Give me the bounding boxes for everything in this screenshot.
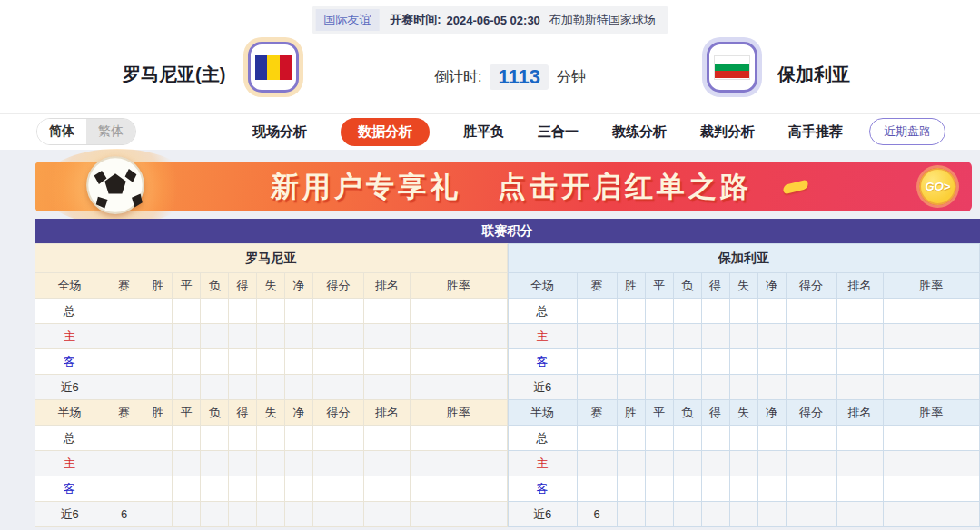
stat-cell	[364, 299, 411, 324]
away-stats-table: 保加利亚全场赛胜平负得失净得分排名胜率总主客近6半场赛胜平负得失净得分排名胜率总…	[508, 243, 980, 527]
stat-cell	[883, 451, 980, 476]
column-header: 胜	[144, 400, 173, 426]
table-title: 联赛积分	[35, 219, 980, 243]
nav-tab-2[interactable]: 胜平负	[463, 123, 504, 141]
stat-cell	[313, 299, 364, 324]
table-row: 总	[35, 426, 508, 451]
stat-cell	[364, 349, 411, 375]
stat-cell	[104, 299, 144, 324]
stat-cell	[883, 502, 980, 527]
countdown: 倒计时: 1113 分钟	[434, 64, 586, 90]
table-row: 总	[35, 299, 508, 324]
stat-cell	[201, 299, 229, 324]
stat-cell	[144, 502, 173, 527]
romania-flag-icon	[248, 42, 299, 93]
table-row: 近66	[35, 502, 508, 527]
stat-cell	[173, 299, 201, 324]
stat-cell	[144, 324, 173, 349]
lang-traditional[interactable]: 繁体	[86, 119, 135, 144]
stat-cell	[173, 476, 201, 502]
stat-cell	[701, 502, 729, 527]
stat-cell	[201, 451, 229, 476]
stat-cell	[883, 299, 980, 324]
column-header: 平	[645, 273, 673, 299]
row-label: 客	[35, 349, 104, 375]
stat-cell	[411, 324, 508, 349]
row-label: 总	[508, 299, 577, 324]
stat-cell	[729, 502, 757, 527]
row-label: 主	[35, 324, 104, 349]
stat-cell	[577, 476, 617, 502]
stat-cell	[229, 476, 257, 502]
stat-cell	[786, 324, 836, 349]
nav-bar: 简体 繁体 现场分析数据分析胜平负三合一教练分析裁判分析高手推荐 近期盘路	[0, 113, 980, 149]
column-header: 胜率	[883, 273, 980, 299]
stat-cell	[757, 299, 786, 324]
stat-cell	[144, 426, 173, 451]
nav-tab-5[interactable]: 裁判分析	[700, 123, 755, 141]
stat-cell	[229, 375, 257, 400]
stat-cell	[285, 299, 313, 324]
stat-cell	[313, 476, 364, 502]
stat-cell	[229, 426, 257, 451]
row-label: 近6	[35, 375, 104, 400]
table-row: 总	[508, 426, 980, 451]
nav-tab-6[interactable]: 高手推荐	[788, 123, 843, 141]
romania-flag	[255, 55, 292, 80]
nav-tab-3[interactable]: 三合一	[538, 123, 579, 141]
league-badge: 国际友谊	[315, 9, 379, 31]
stat-cell	[577, 426, 617, 451]
nav-tab-4[interactable]: 教练分析	[612, 123, 667, 141]
column-header: 负	[201, 400, 229, 426]
table-row: 客	[508, 476, 980, 502]
stat-cell	[673, 502, 701, 527]
column-header: 排名	[364, 273, 411, 299]
bulgaria-flag-icon	[707, 42, 757, 93]
table-row: 客	[35, 476, 508, 502]
stat-cell	[701, 476, 729, 502]
column-header: 负	[201, 273, 229, 299]
column-header: 胜率	[883, 400, 980, 426]
row-label: 客	[35, 476, 104, 502]
stat-cell	[836, 476, 883, 502]
stat-cell	[285, 502, 313, 527]
stat-cell	[364, 451, 411, 476]
stat-cell	[757, 375, 786, 400]
stat-cell	[201, 476, 229, 502]
column-header: 胜	[144, 273, 173, 299]
table-row: 近6	[508, 375, 980, 400]
stat-cell	[201, 349, 229, 375]
stat-cell	[645, 324, 673, 349]
stat-cell	[617, 324, 645, 349]
go-button[interactable]: GO>	[919, 168, 956, 205]
stat-cell	[729, 375, 757, 400]
stat-cell	[577, 324, 617, 349]
column-header: 排名	[836, 273, 883, 299]
column-header: 得	[701, 273, 729, 299]
nav-tab-1[interactable]: 数据分析	[341, 118, 430, 146]
nav-tab-0[interactable]: 现场分析	[252, 123, 307, 141]
column-header: 失	[257, 273, 285, 299]
content-area: 新用户专享礼 点击开启红单之路 GO> 联赛积分 罗马尼亚全场赛胜平负得失净得分…	[0, 150, 980, 530]
stat-cell	[836, 299, 883, 324]
stat-cell	[883, 324, 980, 349]
stat-cell	[104, 451, 144, 476]
row-label: 客	[508, 349, 577, 375]
lang-simplified[interactable]: 简体	[37, 119, 86, 144]
countdown-value: 1113	[490, 64, 549, 90]
column-header: 半场	[35, 400, 104, 426]
stat-cell	[173, 451, 201, 476]
row-label: 近6	[35, 502, 104, 527]
stat-cell	[257, 451, 285, 476]
stat-cell	[144, 375, 173, 400]
bulgaria-flag	[714, 55, 750, 80]
stat-cell	[201, 502, 229, 527]
table-row: 主	[35, 451, 508, 476]
stat-cell	[757, 502, 786, 527]
promo-banner[interactable]: 新用户专享礼 点击开启红单之路 GO>	[35, 162, 972, 211]
stat-cell	[836, 375, 883, 400]
language-toggle[interactable]: 简体 繁体	[36, 118, 136, 145]
away-team-name: 保加利亚	[777, 63, 850, 87]
table-row: 近66	[508, 502, 980, 527]
recent-trend-button[interactable]: 近期盘路	[869, 118, 945, 145]
